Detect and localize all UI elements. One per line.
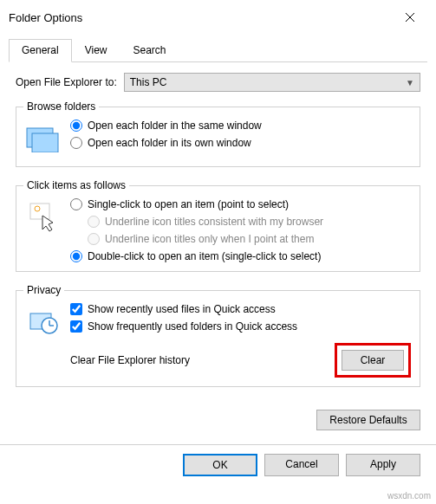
click-legend: Click items as follows (23, 179, 129, 191)
tab-view[interactable]: View (72, 39, 120, 62)
cancel-button[interactable]: Cancel (264, 454, 339, 476)
check-frequent-folders-label: Show frequently used folders in Quick ac… (88, 320, 297, 333)
check-recent-files[interactable]: Show recently used files in Quick access (70, 303, 411, 315)
svg-rect-3 (32, 133, 58, 152)
watermark: wsxdn.com (387, 491, 431, 501)
radio-underline-point-input (88, 233, 100, 245)
check-recent-files-input[interactable] (70, 303, 82, 315)
tab-bar: General View Search (9, 38, 427, 62)
tab-search[interactable]: Search (120, 39, 179, 62)
check-frequent-folders[interactable]: Show frequently used folders in Quick ac… (70, 320, 411, 333)
chevron-down-icon: ▼ (406, 78, 414, 87)
history-clock-icon (23, 303, 62, 341)
folder-window-icon (23, 120, 62, 158)
tab-general[interactable]: General (9, 39, 72, 62)
close-icon (405, 12, 415, 23)
open-to-label: Open File Explorer to: (16, 76, 117, 88)
clear-history-label: Clear File Explorer history (70, 354, 190, 366)
radio-double-click-input[interactable] (70, 250, 82, 262)
radio-own-window[interactable]: Open each folder in its own window (70, 137, 411, 149)
close-button[interactable] (393, 7, 427, 28)
radio-single-click[interactable]: Single-click to open an item (point to s… (70, 198, 411, 210)
radio-same-window-input[interactable] (70, 120, 82, 132)
browse-legend: Browse folders (23, 100, 99, 113)
cursor-click-icon (23, 198, 62, 236)
click-items-group: Click items as follows Single-click to o… (16, 179, 420, 272)
open-to-value: This PC (130, 76, 167, 88)
radio-underline-browser: Underline icon titles consistent with my… (88, 216, 411, 228)
radio-double-click-label: Double-click to open an item (single-cli… (88, 250, 321, 262)
radio-underline-point-label: Underline icon titles only when I point … (105, 233, 314, 245)
privacy-legend: Privacy (23, 284, 64, 296)
ok-button[interactable]: OK (183, 454, 257, 476)
dialog-footer: OK Cancel Apply (0, 444, 436, 476)
radio-own-window-input[interactable] (70, 137, 82, 149)
clear-highlight: Clear (335, 343, 411, 378)
open-to-dropdown[interactable]: This PC ▼ (124, 73, 420, 92)
titlebar: Folder Options (0, 0, 436, 31)
radio-own-window-label: Open each folder in its own window (88, 137, 251, 149)
clear-button[interactable]: Clear (342, 350, 404, 371)
radio-underline-point: Underline icon titles only when I point … (88, 233, 411, 245)
privacy-group: Privacy Show recently used files in Quic… (16, 284, 420, 387)
apply-button[interactable]: Apply (346, 454, 420, 476)
browse-folders-group: Browse folders Open each folder in the s… (16, 100, 420, 167)
radio-underline-browser-label: Underline icon titles consistent with my… (105, 216, 323, 228)
radio-single-click-input[interactable] (70, 198, 82, 210)
radio-underline-browser-input (88, 216, 100, 228)
radio-double-click[interactable]: Double-click to open an item (single-cli… (70, 250, 411, 262)
svg-rect-4 (30, 204, 49, 219)
radio-same-window-label: Open each folder in the same window (88, 120, 262, 132)
radio-single-click-label: Single-click to open an item (point to s… (88, 198, 289, 210)
window-title: Folder Options (9, 11, 82, 24)
tab-content: Open File Explorer to: This PC ▼ Browse … (0, 62, 436, 406)
restore-defaults-button[interactable]: Restore Defaults (316, 410, 420, 430)
radio-same-window[interactable]: Open each folder in the same window (70, 120, 411, 132)
check-frequent-folders-input[interactable] (70, 320, 82, 333)
check-recent-files-label: Show recently used files in Quick access (88, 303, 276, 315)
